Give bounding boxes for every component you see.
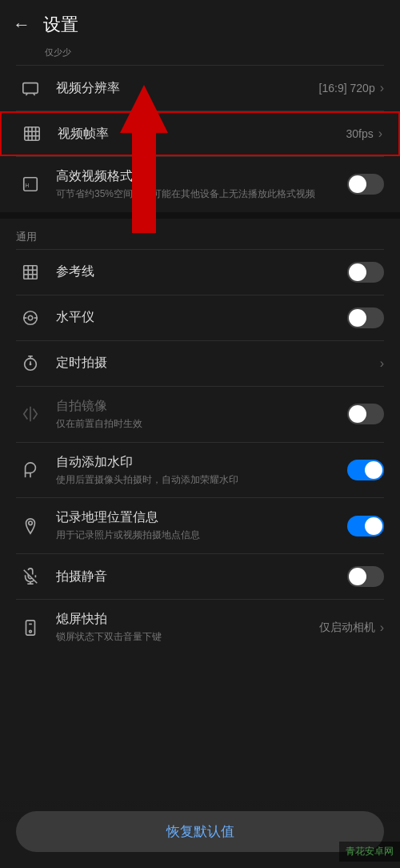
shutter-sound-icon [16, 568, 45, 585]
hevc-desc: 可节省约35%空间，您可能在其他设备上无法播放此格式视频 [56, 187, 347, 201]
setting-row-mirror[interactable]: 自拍镜像 仅在前置自拍时生效 [0, 387, 400, 442]
shutter-sound-content: 拍摄静音 [56, 569, 347, 585]
hevc-toggle[interactable] [347, 174, 384, 195]
video-resolution-content: 视频分辨率 [56, 80, 319, 97]
hevc-content: 高效视频格式 可节省约35%空间，您可能在其他设备上无法播放此格式视频 [56, 168, 347, 201]
grid-line-title: 参考线 [56, 263, 347, 280]
section-divider [0, 212, 400, 219]
header-subtitle: 仅少少 [0, 45, 400, 65]
quick-snap-desc: 锁屏状态下双击音量下键 [56, 630, 319, 644]
grid-line-toggle[interactable] [347, 262, 384, 283]
timer-title: 定时拍摄 [56, 355, 380, 372]
chevron-icon: › [380, 356, 384, 371]
video-framerate-title: 视频帧率 [58, 126, 346, 143]
setting-row-location[interactable]: 记录地理位置信息 用于记录照片或视频拍摄地点信息 [0, 498, 400, 553]
location-toggle[interactable] [347, 516, 384, 536]
setting-row-watermark[interactable]: 自动添加水印 使用后置摄像头拍摄时，自动添加荣耀水印 [0, 443, 400, 498]
reset-button[interactable]: 恢复默认值 [16, 811, 384, 852]
setting-row-video-framerate[interactable]: 视频帧率 30fps › [0, 111, 400, 156]
timer-content: 定时拍摄 [56, 355, 380, 372]
svg-rect-14 [24, 266, 38, 279]
header: ← 设置 [0, 0, 400, 45]
mirror-title: 自拍镜像 [56, 398, 347, 415]
grid-line-content: 参考线 [56, 263, 347, 280]
watermark-toggle[interactable] [347, 460, 384, 480]
level-content: 水平仪 [56, 309, 347, 326]
video-resolution-value: [16:9] 720p [319, 82, 375, 94]
location-desc: 用于记录照片或视频拍摄地点信息 [56, 528, 347, 542]
location-title: 记录地理位置信息 [56, 509, 347, 526]
shutter-sound-title: 拍摄静音 [56, 569, 347, 585]
general-section-label: 通用 [0, 219, 400, 249]
level-title: 水平仪 [56, 309, 347, 326]
setting-row-video-resolution[interactable]: 视频分辨率 [16:9] 720p › [0, 66, 400, 111]
watermark-desc: 使用后置摄像头拍摄时，自动添加荣耀水印 [56, 473, 347, 487]
video-resolution-title: 视频分辨率 [56, 80, 319, 97]
quick-snap-value: 仅启动相机 [319, 621, 375, 635]
mirror-desc: 仅在前置自拍时生效 [56, 417, 347, 431]
chevron-icon: › [378, 127, 382, 141]
grid-line-icon [16, 263, 45, 281]
watermark-content: 自动添加水印 使用后置摄像头拍摄时，自动添加荣耀水印 [56, 454, 347, 487]
location-icon [16, 517, 45, 535]
video-framerate-content: 视频帧率 [58, 126, 346, 143]
chevron-icon: › [380, 621, 384, 635]
mirror-icon [16, 405, 45, 423]
quick-snap-title: 熄屏快拍 [56, 611, 319, 628]
shutter-sound-toggle[interactable] [347, 566, 384, 587]
setting-row-grid-line[interactable]: 参考线 [0, 250, 400, 295]
svg-point-31 [29, 521, 33, 525]
setting-row-timer[interactable]: 定时拍摄 › [0, 341, 400, 386]
location-content: 记录地理位置信息 用于记录照片或视频拍摄地点信息 [56, 509, 347, 542]
page-title: 设置 [43, 13, 78, 37]
svg-point-20 [28, 315, 33, 320]
svg-point-27 [30, 363, 32, 365]
back-button[interactable]: ← [13, 14, 30, 35]
mirror-toggle[interactable] [347, 404, 384, 424]
setting-row-quick-snap[interactable]: 熄屏快拍 锁屏状态下双击音量下键 仅启动相机 › [0, 600, 400, 655]
chevron-icon: › [380, 81, 384, 95]
quick-snap-icon [16, 619, 45, 637]
video-framerate-icon [18, 125, 46, 143]
video-resolution-icon [16, 79, 45, 97]
svg-text:H: H [26, 183, 30, 188]
watermark-brand: 青花安卓网 [339, 842, 400, 862]
video-framerate-value: 30fps [346, 127, 373, 140]
hevc-icon: H [16, 175, 45, 193]
setting-row-hevc[interactable]: H 高效视频格式 可节省约35%空间，您可能在其他设备上无法播放此格式视频 [0, 157, 400, 212]
level-toggle[interactable] [347, 307, 384, 328]
watermark-title: 自动添加水印 [56, 454, 347, 471]
setting-row-shutter-sound[interactable]: 拍摄静音 [0, 554, 400, 599]
watermark-icon [16, 461, 45, 479]
hevc-title: 高效视频格式 [56, 168, 347, 185]
quick-snap-content: 熄屏快拍 锁屏状态下双击音量下键 [56, 611, 319, 644]
svg-rect-0 [23, 83, 38, 94]
mirror-content: 自拍镜像 仅在前置自拍时生效 [56, 398, 347, 431]
timer-icon [16, 355, 45, 372]
svg-point-37 [30, 630, 32, 633]
setting-row-level[interactable]: 水平仪 [0, 295, 400, 340]
level-icon [16, 309, 45, 327]
